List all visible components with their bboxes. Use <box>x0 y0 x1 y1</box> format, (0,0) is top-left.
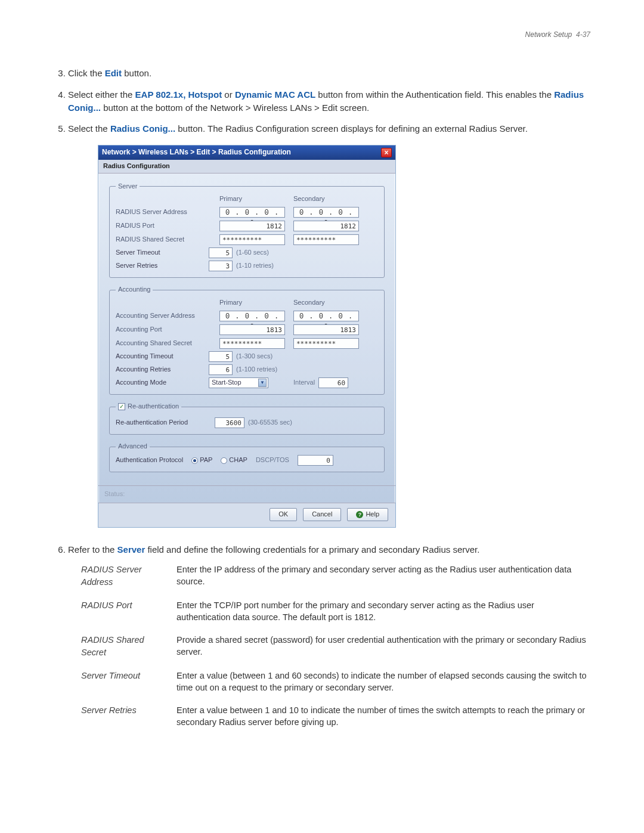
radius-addr-primary[interactable]: 0 . 0 . 0 . 0 <box>219 207 285 218</box>
advanced-fieldset: Advanced Authentication Protocol PAP CHA… <box>109 442 385 472</box>
acct-retries-row: Accounting Retries 6 (1-100 retries) <box>116 364 378 375</box>
accounting-fieldset: Accounting Primary Secondary Accounting … <box>109 285 385 395</box>
auth-proto-label: Authentication Protocol <box>116 456 183 465</box>
acct-addr-secondary[interactable]: 0 . 0 . 0 . 0 <box>293 311 359 321</box>
chap-radio[interactable]: CHAP <box>221 456 247 465</box>
acct-secret-label: Accounting Shared Secret <box>116 339 211 348</box>
status-bar: Status: <box>98 485 395 503</box>
reauth-legend-text: Re-authentication <box>128 402 179 411</box>
def-row: RADIUS Port Enter the TCP/IP port number… <box>81 599 590 623</box>
acct-port-label: Accounting Port <box>116 325 211 335</box>
interval-label: Interval <box>293 378 315 388</box>
keyword-eap-hotspot: EAP 802.1x, Hotspot <box>135 89 222 100</box>
acct-timeout-hint: (1-300 secs) <box>236 352 273 361</box>
section-name: Network Setup <box>525 30 572 39</box>
step-6: Refer to the Server field and define the… <box>68 543 590 728</box>
server-retries-label: Server Retries <box>116 261 205 271</box>
advanced-legend: Advanced <box>116 442 150 451</box>
col-secondary: Secondary <box>293 194 359 204</box>
radius-port-label: RADIUS Port <box>116 221 211 231</box>
acct-addr-primary[interactable]: 0 . 0 . 0 . 0 <box>219 311 285 321</box>
advanced-row: Authentication Protocol PAP CHAP DSCP/TO… <box>116 455 378 466</box>
reauth-period-label: Re-authentication Period <box>116 418 211 428</box>
cancel-button[interactable]: Cancel <box>303 508 341 521</box>
radius-secret-primary[interactable]: ********** <box>219 234 285 245</box>
def-desc: Enter the IP address of the primary and … <box>177 563 590 589</box>
def-row: Server Retries Enter a value between 1 a… <box>81 704 590 728</box>
pap-radio[interactable]: PAP <box>191 456 212 465</box>
reauth-checkbox[interactable]: ✓ <box>118 403 125 410</box>
radius-addr-secondary[interactable]: 0 . 0 . 0 . 0 <box>293 207 359 218</box>
server-timeout-input[interactable]: 5 <box>209 247 233 258</box>
server-timeout-row: Server Timeout 5 (1-60 secs) <box>116 247 378 258</box>
radio-off-icon <box>221 457 227 464</box>
acct-mode-label: Accounting Mode <box>116 378 205 388</box>
keyword-dynamic-mac-acl: Dynamic MAC ACL <box>235 89 315 100</box>
button-bar: OK Cancel ?Help <box>98 503 395 527</box>
instructions-list: Click the Edit button. Select either the… <box>54 67 590 728</box>
server-retries-row: Server Retries 3 (1-10 retries) <box>116 261 378 271</box>
radius-secret-label: RADIUS Shared Secret <box>116 235 211 244</box>
definitions-table: RADIUS Server Address Enter the IP addre… <box>81 563 590 728</box>
accounting-legend: Accounting <box>116 285 153 295</box>
step-3: Click the Edit button. <box>68 67 590 80</box>
keyword-edit: Edit <box>105 68 122 78</box>
chevron-down-icon: ▼ <box>258 379 267 387</box>
acct-port-secondary[interactable]: 1813 <box>293 324 359 335</box>
dialog-title: Network > Wireless LANs > Edit > Radius … <box>102 147 291 157</box>
acct-retries-label: Accounting Retries <box>116 365 205 374</box>
radius-config-dialog: Network > Wireless LANs > Edit > Radius … <box>98 145 396 528</box>
keyword-radius-config-2: Radius Conig... <box>110 123 175 134</box>
acct-col-secondary: Secondary <box>293 298 359 308</box>
radius-port-primary[interactable]: 1812 <box>219 221 285 231</box>
acct-timeout-label: Accounting Timeout <box>116 352 205 361</box>
acct-mode-value: Start-Stop <box>212 378 242 388</box>
acct-retries-input[interactable]: 6 <box>209 364 233 375</box>
server-grid: Primary Secondary RADIUS Server Address … <box>116 194 378 245</box>
server-timeout-label: Server Timeout <box>116 248 205 258</box>
dialog-screenshot: Network > Wireless LANs > Edit > Radius … <box>98 145 590 528</box>
acct-timeout-row: Accounting Timeout 5 (1-300 secs) <box>116 351 378 362</box>
acct-secret-secondary[interactable]: ********** <box>293 338 359 349</box>
radius-addr-label: RADIUS Server Address <box>116 208 211 217</box>
page-number: 4-37 <box>576 30 590 39</box>
close-icon[interactable]: × <box>381 148 392 157</box>
dscp-input[interactable]: 0 <box>298 455 333 466</box>
def-row: RADIUS Shared Secret Provide a shared se… <box>81 634 590 659</box>
help-button[interactable]: ?Help <box>347 508 388 521</box>
ok-button[interactable]: OK <box>270 508 297 521</box>
acct-addr-label: Accounting Server Address <box>116 311 211 321</box>
acct-grid: Primary Secondary Accounting Server Addr… <box>116 298 378 349</box>
def-row: Server Timeout Enter a value (between 1 … <box>81 670 590 693</box>
acct-timeout-input[interactable]: 5 <box>209 351 233 362</box>
acct-port-primary[interactable]: 1813 <box>219 324 285 335</box>
reauth-period-row: Re-authentication Period 3600 (30-65535 … <box>116 417 378 428</box>
page-header: Network Setup 4-37 <box>54 30 590 39</box>
acct-col-primary: Primary <box>219 298 285 308</box>
def-term: RADIUS Port <box>81 599 159 623</box>
def-desc: Enter the TCP/IP port number for the pri… <box>177 599 590 623</box>
server-retries-input[interactable]: 3 <box>209 261 233 271</box>
dialog-subtitle: Radius Configuration <box>98 160 395 174</box>
help-icon: ? <box>356 511 363 518</box>
def-term: Server Retries <box>81 704 159 728</box>
def-desc: Enter a value between 1 and 10 to indica… <box>177 704 590 728</box>
radio-on-icon <box>191 457 198 464</box>
reauth-period-input[interactable]: 3600 <box>215 417 244 428</box>
def-desc: Provide a shared secret (password) for u… <box>177 634 590 659</box>
server-timeout-hint: (1-60 secs) <box>236 248 269 258</box>
step-5: Select the Radius Conig... button. The R… <box>68 122 590 528</box>
acct-mode-select[interactable]: Start-Stop ▼ <box>209 377 268 388</box>
server-retries-hint: (1-10 retries) <box>236 261 274 271</box>
radius-port-secondary[interactable]: 1812 <box>293 221 359 231</box>
interval-input[interactable]: 60 <box>318 377 348 388</box>
server-fieldset: Server Primary Secondary RADIUS Server A… <box>109 182 385 278</box>
reauth-legend[interactable]: ✓ Re-authentication <box>116 402 181 411</box>
radius-secret-secondary[interactable]: ********** <box>293 234 359 245</box>
acct-secret-primary[interactable]: ********** <box>219 338 285 349</box>
dscp-label: DSCP/TOS <box>256 456 289 465</box>
def-term: RADIUS Shared Secret <box>81 634 159 659</box>
def-desc: Enter a value (between 1 and 60 seconds)… <box>177 670 590 693</box>
dialog-titlebar: Network > Wireless LANs > Edit > Radius … <box>98 145 395 159</box>
def-term: Server Timeout <box>81 670 159 693</box>
